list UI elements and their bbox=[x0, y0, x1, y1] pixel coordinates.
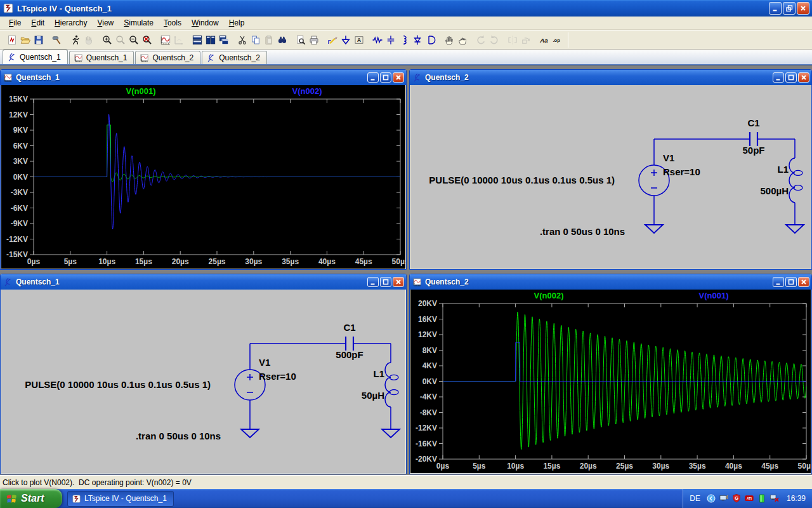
place-resistor-button[interactable] bbox=[370, 32, 384, 48]
minimize-button[interactable] bbox=[773, 72, 784, 83]
ati-icon[interactable]: ATI bbox=[744, 493, 754, 504]
move-button[interactable] bbox=[442, 32, 455, 48]
tile-horizontal-button[interactable] bbox=[190, 32, 204, 48]
run-button[interactable] bbox=[69, 32, 82, 48]
draw-wire-button[interactable] bbox=[325, 32, 339, 48]
network-error-icon[interactable] bbox=[769, 493, 780, 504]
control-panel-button[interactable] bbox=[50, 32, 63, 48]
menu-file[interactable]: File bbox=[4, 17, 26, 29]
ground-symbol[interactable] bbox=[382, 429, 400, 438]
maximize-button[interactable] bbox=[785, 72, 797, 83]
save-button[interactable] bbox=[32, 32, 45, 48]
child-titlebar[interactable]: Quentsch_1 bbox=[1, 70, 406, 85]
child-titlebar[interactable]: Quentsch_2 bbox=[410, 274, 811, 290]
taskbar-task-ltspice[interactable]: LTspice IV - Quentsch_1 bbox=[67, 491, 174, 507]
menu-view[interactable]: View bbox=[92, 17, 119, 29]
drag-button[interactable] bbox=[455, 32, 469, 48]
child-titlebar[interactable]: Quentsch_2 bbox=[410, 70, 811, 85]
zoom-in-button[interactable] bbox=[100, 32, 114, 48]
place-text-button[interactable]: Aa bbox=[537, 32, 551, 48]
legend-V(n001)[interactable]: V(n001) bbox=[126, 86, 156, 96]
window-titlebar[interactable]: LTspice IV - Quentsch_1 bbox=[0, 0, 812, 17]
gdata-shield-icon[interactable]: G bbox=[731, 493, 742, 504]
schematic-quentsch2[interactable]: PULSE(0 10000 10us 0.1us 0.1us 0.5us 1)V… bbox=[410, 85, 811, 269]
source-label[interactable]: V1 bbox=[259, 357, 270, 368]
close-button[interactable] bbox=[798, 277, 809, 287]
inductor-value[interactable]: 50µH bbox=[362, 390, 384, 401]
capacitor-label[interactable]: C1 bbox=[343, 322, 355, 333]
spice-directive-button[interactable]: .op bbox=[551, 32, 564, 48]
language-indicator[interactable]: DE bbox=[690, 494, 700, 503]
place-ground-button[interactable] bbox=[339, 32, 352, 48]
place-label-button[interactable]: A bbox=[352, 32, 365, 48]
inductor-symbol[interactable] bbox=[789, 158, 795, 203]
display-icon[interactable] bbox=[719, 493, 729, 504]
place-component-button[interactable] bbox=[424, 32, 437, 48]
menu-hierarchy[interactable]: Hierarchy bbox=[49, 17, 92, 29]
cut-button[interactable] bbox=[235, 32, 249, 48]
find-button[interactable] bbox=[275, 32, 289, 48]
start-button[interactable]: Start bbox=[0, 489, 62, 508]
schematic-quentsch1[interactable]: PULSE(0 10000 10us 0.1us 0.1us 0.5us 1)V… bbox=[1, 290, 405, 473]
menu-simulate[interactable]: Simulate bbox=[119, 17, 159, 29]
close-button[interactable] bbox=[798, 72, 809, 83]
print-button[interactable] bbox=[307, 32, 320, 48]
zoom-full-extents-button[interactable] bbox=[140, 32, 154, 48]
place-diode-button[interactable] bbox=[410, 32, 424, 48]
new-schematic-button[interactable] bbox=[5, 32, 18, 48]
close-button[interactable] bbox=[797, 2, 809, 15]
tile-vertical-button[interactable] bbox=[204, 32, 217, 48]
legend-V(n002)[interactable]: V(n002) bbox=[292, 86, 322, 96]
source-label[interactable]: V1 bbox=[663, 152, 674, 163]
tab-quentsch_2-2[interactable]: Quentsch_2 bbox=[135, 51, 200, 64]
place-capacitor-button[interactable] bbox=[384, 32, 397, 48]
print-preview-button[interactable] bbox=[294, 32, 307, 48]
capacitor-value[interactable]: 50pF bbox=[742, 145, 764, 156]
tab-quentsch_1-1[interactable]: Quentsch_1 bbox=[69, 51, 134, 64]
waveform-plot-quentsch2[interactable]: V(n002)V(n001)20KV16KV12KV8KV4KV0KV-4KV-… bbox=[410, 290, 811, 473]
ground-symbol[interactable] bbox=[786, 225, 804, 233]
inductor-label[interactable]: L1 bbox=[373, 368, 384, 379]
maximize-button[interactable] bbox=[380, 72, 391, 83]
waveform-plot-quentsch1[interactable]: V(n001)V(n002)15KV12KV9KV6KV3KV0KV-3KV-6… bbox=[1, 85, 405, 269]
menu-edit[interactable]: Edit bbox=[26, 17, 49, 29]
capacitor-value[interactable]: 500pF bbox=[336, 349, 363, 360]
capacitor-label[interactable]: C1 bbox=[747, 117, 759, 128]
inductor-symbol[interactable] bbox=[385, 363, 391, 407]
menu-help[interactable]: Help bbox=[224, 17, 250, 29]
pulse-directive-text[interactable]: PULSE(0 10000 10us 0.1us 0.1us 0.5us 1) bbox=[25, 379, 211, 390]
battery-icon[interactable] bbox=[757, 493, 767, 504]
tab-quentsch_1-0[interactable]: Quentsch_1 bbox=[3, 50, 68, 64]
inductor-value[interactable]: 500µH bbox=[760, 185, 789, 196]
copy-button[interactable] bbox=[249, 32, 262, 48]
minimize-button[interactable] bbox=[367, 277, 379, 287]
tab-quentsch_2-3[interactable]: Quentsch_2 bbox=[202, 51, 267, 64]
menu-tools[interactable]: Tools bbox=[159, 17, 187, 29]
tran-directive-text[interactable]: .tran 0 50us 0 10ns bbox=[136, 431, 221, 441]
minimize-button[interactable] bbox=[773, 277, 784, 287]
ground-symbol[interactable] bbox=[241, 429, 259, 438]
menu-window[interactable]: Window bbox=[187, 17, 224, 29]
minimize-button[interactable] bbox=[769, 2, 782, 15]
maximize-button[interactable] bbox=[380, 277, 391, 287]
place-inductor-button[interactable] bbox=[397, 32, 410, 48]
maximize-button[interactable] bbox=[785, 277, 797, 287]
close-button[interactable] bbox=[393, 72, 404, 83]
minimize-button[interactable] bbox=[367, 72, 379, 83]
restore-button[interactable] bbox=[783, 2, 796, 15]
tran-directive-text[interactable]: .tran 0 50us 0 10ns bbox=[540, 226, 625, 237]
source-param[interactable]: Rser=10 bbox=[259, 371, 296, 382]
source-param[interactable]: Rser=10 bbox=[663, 166, 700, 177]
zoom-out-button[interactable] bbox=[127, 32, 140, 48]
inductor-label[interactable]: L1 bbox=[777, 164, 789, 175]
ground-symbol[interactable] bbox=[645, 225, 663, 233]
close-button[interactable] bbox=[393, 277, 404, 287]
legend-V(n002)[interactable]: V(n002) bbox=[534, 291, 564, 300]
legend-V(n001)[interactable]: V(n001) bbox=[699, 291, 729, 300]
collapse-chevron-icon[interactable] bbox=[706, 493, 716, 504]
pulse-directive-text[interactable]: PULSE(0 10000 10us 0.1us 0.1us 0.5us 1) bbox=[429, 175, 615, 185]
open-button[interactable] bbox=[18, 32, 32, 48]
child-titlebar[interactable]: Quentsch_1 bbox=[1, 274, 406, 290]
plot-settings-button[interactable] bbox=[159, 32, 172, 48]
cascade-windows-button[interactable] bbox=[217, 32, 230, 48]
